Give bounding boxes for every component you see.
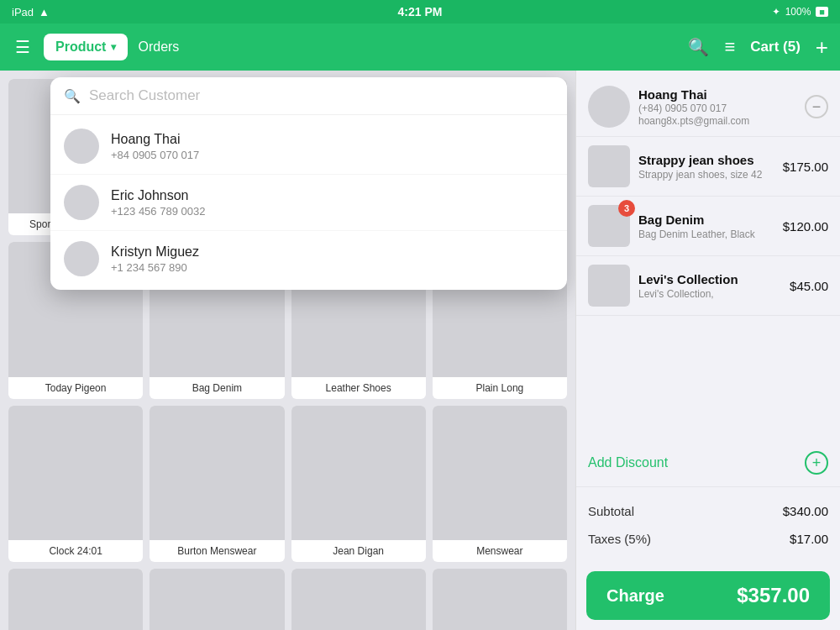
toolbar-left: ☰ Product ▾ Orders xyxy=(12,34,678,60)
cart-item-price: $45.00 xyxy=(790,279,828,293)
cart-item-info: Bag Denim Bag Denim Leather, Black xyxy=(638,213,774,240)
cart-item-thumbnail xyxy=(588,145,630,187)
customer-list-item[interactable]: Kristyn Miguez +1 234 567 890 xyxy=(50,231,567,286)
cart-item-info: Strappy jean shoes Strappy jean shoes, s… xyxy=(638,153,774,181)
customer-name: Kristyn Miguez xyxy=(111,244,199,260)
customer-phone: +84 0905 070 017 xyxy=(111,149,199,161)
search-input-wrapper: 🔍 xyxy=(50,77,567,115)
search-button[interactable]: 🔍 xyxy=(688,37,709,57)
customer-phone: +1 234 567 890 xyxy=(111,261,199,274)
battery-icon: ■ xyxy=(816,7,828,17)
product-thumbnail xyxy=(150,569,284,630)
product-name: Plain Long xyxy=(433,377,567,399)
customer-list: Hoang Thai +84 0905 070 017 Eric Johnson… xyxy=(50,115,567,290)
product-name: Leather Shoes xyxy=(291,377,426,399)
customer-info: Kristyn Miguez +1 234 567 890 xyxy=(111,244,199,274)
product-name: Clock 24:01 xyxy=(8,540,143,562)
wifi-icon: ▲ xyxy=(39,6,50,18)
subtotal-row: Subtotal $340.00 xyxy=(588,497,828,525)
list-button[interactable]: ≡ xyxy=(724,36,735,58)
product-item[interactable]: Burton Menswear xyxy=(150,406,284,562)
product-thumbnail xyxy=(291,406,426,540)
product-item[interactable]: Jean Digan xyxy=(291,406,426,562)
customer-name: Hoang Thai xyxy=(111,132,199,147)
cart-title: Cart (5) xyxy=(750,39,801,55)
product-thumbnail xyxy=(433,569,567,630)
customer-avatar xyxy=(64,129,99,164)
battery-label: 100% xyxy=(785,6,811,18)
main-layout: Sport Shoes for Man Levi's col... Today … xyxy=(0,71,840,630)
product-tab-label: Product xyxy=(55,39,106,55)
cart-customer-row: Hoang Thai (+84) 0905 070 017 hoang8x.pt… xyxy=(576,77,840,137)
product-item[interactable]: Jean coat xyxy=(433,569,567,630)
product-name: Jean Digan xyxy=(291,540,426,562)
add-discount-button[interactable]: Add Discount + xyxy=(576,439,840,487)
product-item[interactable]: Menswear xyxy=(433,406,567,562)
product-item[interactable]: Strappy Jean xyxy=(291,569,426,630)
totals-section: Subtotal $340.00 Taxes (5%) $17.00 xyxy=(576,487,840,563)
cart-items-list: Hoang Thai (+84) 0905 070 017 hoang8x.pt… xyxy=(576,71,840,439)
add-discount-icon: + xyxy=(805,451,828,475)
product-section: Sport Shoes for Man Levi's col... Today … xyxy=(0,71,575,630)
product-chevron-icon: ▾ xyxy=(111,41,116,53)
product-item[interactable]: Levi's collection xyxy=(150,569,284,630)
toolbar: ☰ Product ▾ Orders 🔍 ≡ Cart (5) + xyxy=(0,24,840,71)
taxes-value: $17.00 xyxy=(790,532,828,546)
hamburger-button[interactable]: ☰ xyxy=(12,34,34,60)
status-right: ✦ 100% ■ xyxy=(772,6,828,18)
toolbar-right: 🔍 ≡ Cart (5) + xyxy=(688,34,828,60)
add-item-button[interactable]: + xyxy=(816,34,828,60)
subtotal-label: Subtotal xyxy=(588,504,634,518)
status-left: iPad ▲ xyxy=(12,6,50,18)
customer-avatar xyxy=(64,185,99,220)
cart-items-container: Strappy jean shoes Strappy jean shoes, s… xyxy=(576,137,840,316)
subtotal-value: $340.00 xyxy=(783,504,828,518)
customer-info: Hoang Thai +84 0905 070 017 xyxy=(111,132,199,161)
cart-item-thumbnail xyxy=(588,265,630,307)
cart-customer-info: Hoang Thai (+84) 0905 070 017 hoang8x.pt… xyxy=(638,87,796,127)
customer-avatar xyxy=(64,241,99,276)
status-bar: iPad ▲ 4:21 PM ✦ 100% ■ xyxy=(0,0,840,24)
product-thumbnail xyxy=(8,406,143,540)
customer-list-item[interactable]: Eric Johnson +123 456 789 0032 xyxy=(50,175,567,231)
cart-item-name: Bag Denim xyxy=(638,213,774,227)
search-icon: 🔍 xyxy=(64,88,81,104)
product-name: Burton Menswear xyxy=(150,540,284,562)
cart-item: 3 Bag Denim Bag Denim Leather, Black $12… xyxy=(576,197,840,256)
search-customer-input[interactable] xyxy=(89,87,554,104)
customer-name: Eric Johnson xyxy=(111,188,205,203)
cart-item-badge: 3 xyxy=(618,200,635,217)
cart-item-name: Strappy jean shoes xyxy=(638,153,774,167)
product-thumbnail xyxy=(291,569,426,630)
remove-customer-button[interactable]: − xyxy=(805,95,828,118)
cart-customer-name: Hoang Thai xyxy=(638,87,796,102)
product-thumbnail xyxy=(433,406,567,540)
cart-section: Hoang Thai (+84) 0905 070 017 hoang8x.pt… xyxy=(575,71,840,630)
status-time: 4:21 PM xyxy=(398,5,443,18)
product-thumbnail xyxy=(150,406,284,540)
cart-item: Levi's Collection Levi's Collection, $45… xyxy=(576,256,840,316)
product-name: Bag Denim xyxy=(150,377,284,399)
cart-item-thumbnail: 3 xyxy=(588,205,630,247)
cart-item-info: Levi's Collection Levi's Collection, xyxy=(638,272,781,300)
charge-amount: $357.00 xyxy=(737,584,810,607)
cart-item-name: Levi's Collection xyxy=(638,272,781,286)
cart-item-sub: Levi's Collection, xyxy=(638,288,781,300)
cart-item-price: $120.00 xyxy=(783,219,828,234)
taxes-label: Taxes (5%) xyxy=(588,532,651,546)
product-tab[interactable]: Product ▾ xyxy=(44,34,128,60)
charge-button[interactable]: Charge $357.00 xyxy=(586,571,830,620)
product-item[interactable]: Clock 24:01 xyxy=(8,406,143,562)
add-discount-label: Add Discount xyxy=(588,455,668,470)
search-dropdown: 🔍 Hoang Thai +84 0905 070 017 Eric Johns… xyxy=(50,77,567,290)
cart-customer-avatar xyxy=(588,86,630,128)
product-item[interactable]: Basic Leather xyxy=(8,569,143,630)
bluetooth-icon: ✦ xyxy=(772,6,780,18)
customer-list-item[interactable]: Hoang Thai +84 0905 070 017 xyxy=(50,118,567,175)
cart-item-price: $175.00 xyxy=(783,160,828,174)
customer-info: Eric Johnson +123 456 789 0032 xyxy=(111,188,205,218)
taxes-row: Taxes (5%) $17.00 xyxy=(588,525,828,553)
cart-customer-phone: (+84) 0905 070 017 xyxy=(638,102,796,114)
orders-button[interactable]: Orders xyxy=(138,39,179,55)
customer-phone: +123 456 789 0032 xyxy=(111,205,205,218)
